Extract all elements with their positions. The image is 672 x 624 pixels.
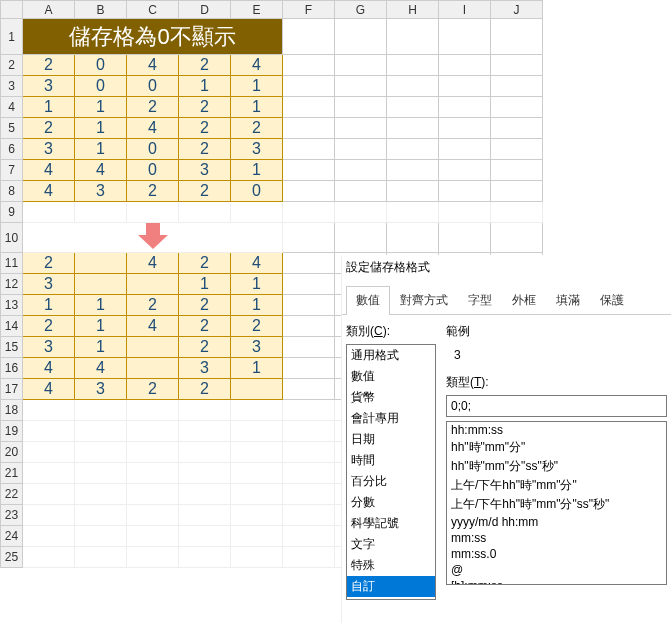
- cell[interactable]: [283, 118, 335, 139]
- data-cell[interactable]: 1: [75, 118, 127, 139]
- type-item[interactable]: hh"時"mm"分"ss"秒": [447, 457, 666, 476]
- data-cell[interactable]: 2: [179, 316, 231, 337]
- data-cell[interactable]: 0: [231, 181, 283, 202]
- row-header[interactable]: 16: [1, 358, 23, 379]
- data-cell[interactable]: 2: [179, 55, 231, 76]
- row-header[interactable]: 17: [1, 379, 23, 400]
- type-item[interactable]: @: [447, 562, 666, 578]
- row-header[interactable]: 10: [1, 223, 23, 253]
- cell[interactable]: [387, 118, 439, 139]
- row-header[interactable]: 9: [1, 202, 23, 223]
- cell[interactable]: [75, 442, 127, 463]
- col-header[interactable]: G: [335, 1, 387, 19]
- data-cell[interactable]: 1: [75, 139, 127, 160]
- data-cell[interactable]: 0: [127, 160, 179, 181]
- row-header[interactable]: 23: [1, 505, 23, 526]
- data-cell[interactable]: 3: [23, 139, 75, 160]
- cell[interactable]: [491, 19, 543, 55]
- data-cell[interactable]: 1: [231, 76, 283, 97]
- cell[interactable]: [439, 181, 491, 202]
- cell[interactable]: [283, 421, 335, 442]
- cell[interactable]: [283, 463, 335, 484]
- data-cell[interactable]: 4: [127, 118, 179, 139]
- tab-4[interactable]: 填滿: [546, 286, 590, 314]
- cell[interactable]: [283, 160, 335, 181]
- cell[interactable]: [491, 181, 543, 202]
- row-header[interactable]: 15: [1, 337, 23, 358]
- data-cell[interactable]: 3: [23, 337, 75, 358]
- cell[interactable]: [283, 76, 335, 97]
- tab-3[interactable]: 外框: [502, 286, 546, 314]
- cell[interactable]: [335, 55, 387, 76]
- cell[interactable]: [75, 526, 127, 547]
- data-cell[interactable]: 4: [127, 55, 179, 76]
- type-item[interactable]: hh"時"mm"分": [447, 438, 666, 457]
- cell[interactable]: [283, 526, 335, 547]
- category-item[interactable]: 通用格式: [347, 345, 435, 366]
- row-header[interactable]: 14: [1, 316, 23, 337]
- row-header[interactable]: 11: [1, 253, 23, 274]
- type-item[interactable]: [h]:mm:ss: [447, 578, 666, 585]
- data-cell[interactable]: 0: [127, 139, 179, 160]
- cell[interactable]: [283, 223, 335, 253]
- data-cell[interactable]: [127, 274, 179, 295]
- cell[interactable]: [127, 526, 179, 547]
- row-header[interactable]: 2: [1, 55, 23, 76]
- cell[interactable]: [231, 484, 283, 505]
- cell[interactable]: [127, 202, 179, 223]
- cell[interactable]: [179, 526, 231, 547]
- data-cell[interactable]: 1: [23, 295, 75, 316]
- data-cell[interactable]: 2: [179, 181, 231, 202]
- data-cell[interactable]: 2: [179, 118, 231, 139]
- data-cell[interactable]: 1: [75, 316, 127, 337]
- row-header[interactable]: 18: [1, 400, 23, 421]
- type-item[interactable]: mm:ss.0: [447, 546, 666, 562]
- data-cell[interactable]: 2: [23, 55, 75, 76]
- cell[interactable]: [127, 547, 179, 568]
- cell[interactable]: [335, 139, 387, 160]
- cell[interactable]: [283, 97, 335, 118]
- cell[interactable]: [439, 202, 491, 223]
- cell[interactable]: [75, 421, 127, 442]
- data-cell[interactable]: 3: [231, 337, 283, 358]
- data-cell[interactable]: 1: [75, 295, 127, 316]
- tab-1[interactable]: 對齊方式: [390, 286, 458, 314]
- col-header[interactable]: D: [179, 1, 231, 19]
- cell[interactable]: [283, 181, 335, 202]
- cell[interactable]: [491, 202, 543, 223]
- cell[interactable]: [179, 202, 231, 223]
- cell[interactable]: [75, 202, 127, 223]
- cell[interactable]: [387, 55, 439, 76]
- category-list[interactable]: 通用格式數值貨幣會計專用日期時間百分比分數科學記號文字特殊自訂: [346, 344, 436, 600]
- category-item[interactable]: 會計專用: [347, 408, 435, 429]
- data-cell[interactable]: 4: [23, 358, 75, 379]
- type-item[interactable]: 上午/下午hh"時"mm"分"ss"秒": [447, 495, 666, 514]
- cell[interactable]: [439, 76, 491, 97]
- data-cell[interactable]: 2: [127, 379, 179, 400]
- data-cell[interactable]: 2: [231, 118, 283, 139]
- cell[interactable]: [335, 160, 387, 181]
- col-header[interactable]: A: [23, 1, 75, 19]
- data-cell[interactable]: 3: [23, 274, 75, 295]
- category-item[interactable]: 特殊: [347, 555, 435, 576]
- cell[interactable]: [283, 253, 335, 274]
- cell[interactable]: [75, 400, 127, 421]
- cell[interactable]: [231, 442, 283, 463]
- cell[interactable]: [283, 484, 335, 505]
- cell[interactable]: [283, 202, 335, 223]
- row-header[interactable]: 6: [1, 139, 23, 160]
- cell[interactable]: [179, 463, 231, 484]
- cell[interactable]: [491, 55, 543, 76]
- data-cell[interactable]: 1: [231, 274, 283, 295]
- cell[interactable]: [75, 505, 127, 526]
- cell[interactable]: [75, 484, 127, 505]
- data-cell[interactable]: 4: [23, 379, 75, 400]
- cell[interactable]: [387, 223, 439, 253]
- cell[interactable]: [335, 97, 387, 118]
- cell[interactable]: [231, 463, 283, 484]
- data-cell[interactable]: 4: [127, 316, 179, 337]
- cell[interactable]: [283, 274, 335, 295]
- cell[interactable]: [283, 379, 335, 400]
- row-header[interactable]: 13: [1, 295, 23, 316]
- cell[interactable]: [335, 118, 387, 139]
